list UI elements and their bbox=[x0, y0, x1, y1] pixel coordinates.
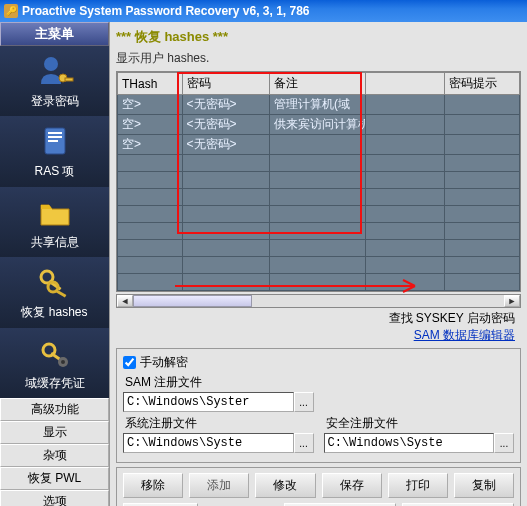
scroll-thumb[interactable] bbox=[133, 295, 252, 307]
sidebar-item-domain-cache[interactable]: 域缓存凭证 bbox=[0, 328, 109, 398]
table-row[interactable] bbox=[118, 257, 520, 274]
table-row[interactable]: 空><无密码> bbox=[118, 135, 520, 155]
table-cell bbox=[365, 95, 444, 115]
sam-path-input[interactable] bbox=[123, 392, 294, 412]
table-cell: <无密码> bbox=[182, 115, 269, 135]
sidebar-item-recover-hashes[interactable]: 恢复 hashes bbox=[0, 257, 109, 327]
table-cell: 空> bbox=[118, 135, 183, 155]
horizontal-scrollbar[interactable]: ◄ ► bbox=[116, 294, 521, 308]
add-button[interactable]: 添加 bbox=[189, 473, 249, 498]
table-cell bbox=[444, 95, 519, 115]
sidebar-btn-misc[interactable]: 杂项 bbox=[0, 444, 109, 467]
sidebar-btn-display[interactable]: 显示 bbox=[0, 421, 109, 444]
svg-rect-4 bbox=[48, 132, 62, 134]
svg-rect-2 bbox=[65, 78, 73, 81]
svg-rect-6 bbox=[48, 140, 58, 142]
table-cell bbox=[118, 189, 183, 206]
table-cell bbox=[182, 223, 269, 240]
table-cell bbox=[444, 155, 519, 172]
th-blank[interactable] bbox=[365, 73, 444, 95]
sidebar-btn-recover-pwl[interactable]: 恢复 PWL bbox=[0, 467, 109, 490]
table-cell bbox=[270, 274, 366, 291]
table-row[interactable] bbox=[118, 155, 520, 172]
th-note[interactable]: 备注 bbox=[270, 73, 366, 95]
titlebar: 🔑 Proactive System Password Recovery v6,… bbox=[0, 0, 527, 22]
table-cell: 供来宾访问计算机 bbox=[270, 115, 366, 135]
sidebar-item-ras[interactable]: RAS 项 bbox=[0, 116, 109, 186]
table-cell bbox=[444, 189, 519, 206]
safe-reg-label: 安全注册文件 bbox=[326, 415, 515, 432]
table-cell bbox=[270, 172, 366, 189]
window-title: Proactive System Password Recovery v6, 3… bbox=[22, 4, 310, 18]
table-cell bbox=[365, 115, 444, 135]
sam-browse-button[interactable]: ... bbox=[294, 392, 314, 412]
sam-reg-label: SAM 注册文件 bbox=[125, 374, 514, 391]
safe-path-input[interactable] bbox=[324, 433, 495, 453]
table-cell bbox=[182, 240, 269, 257]
table-cell bbox=[365, 155, 444, 172]
content-area: *** 恢复 hashes *** 显示用户 hashes. THash 密码 … bbox=[110, 22, 527, 506]
sidebar: 主菜单 登录密码 RAS 项 共享信息 恢复 hashes 域缓存凭证 高级功能… bbox=[0, 22, 110, 506]
sidebar-item-share-info[interactable]: 共享信息 bbox=[0, 187, 109, 257]
table-cell bbox=[365, 274, 444, 291]
table-cell bbox=[365, 135, 444, 155]
table-cell: 空> bbox=[118, 95, 183, 115]
save-button[interactable]: 保存 bbox=[322, 473, 382, 498]
table-cell bbox=[270, 206, 366, 223]
table-cell bbox=[444, 172, 519, 189]
hash-table[interactable]: THash 密码 备注 密码提示 空><无密码>管理计算机(域空><无密码>供来… bbox=[117, 72, 520, 291]
table-cell bbox=[118, 257, 183, 274]
table-cell bbox=[444, 115, 519, 135]
table-row[interactable] bbox=[118, 274, 520, 291]
sidebar-header: 主菜单 bbox=[0, 22, 109, 46]
sidebar-item-login-password[interactable]: 登录密码 bbox=[0, 46, 109, 116]
table-row[interactable]: 空><无密码>管理计算机(域 bbox=[118, 95, 520, 115]
th-hint[interactable]: 密码提示 bbox=[444, 73, 519, 95]
sidebar-btn-advanced[interactable]: 高级功能 bbox=[0, 398, 109, 421]
sys-browse-button[interactable]: ... bbox=[294, 433, 314, 453]
table-cell bbox=[182, 274, 269, 291]
table-cell bbox=[118, 206, 183, 223]
th-password[interactable]: 密码 bbox=[182, 73, 269, 95]
table-row[interactable]: 空><无密码>供来宾访问计算机 bbox=[118, 115, 520, 135]
table-cell bbox=[270, 223, 366, 240]
link-line: 查找 SYSKEY 启动密码 SAM 数据库编辑器 bbox=[116, 308, 521, 346]
scroll-track[interactable] bbox=[133, 295, 504, 307]
table-cell bbox=[365, 257, 444, 274]
syskey-label: 查找 SYSKEY 启动密码 bbox=[389, 311, 515, 325]
table-cell bbox=[365, 223, 444, 240]
table-cell bbox=[270, 135, 366, 155]
decrypt-panel: 手动解密 SAM 注册文件 ... 系统注册文件 ... bbox=[116, 348, 521, 463]
table-cell bbox=[365, 240, 444, 257]
app-icon: 🔑 bbox=[4, 4, 18, 18]
scroll-left-icon[interactable]: ◄ bbox=[117, 295, 133, 307]
sidebar-btn-options[interactable]: 选项 bbox=[0, 490, 109, 506]
manual-decrypt-checkbox[interactable] bbox=[123, 356, 136, 369]
table-cell bbox=[118, 172, 183, 189]
table-row[interactable] bbox=[118, 189, 520, 206]
print-button[interactable]: 打印 bbox=[388, 473, 448, 498]
table-cell bbox=[270, 257, 366, 274]
safe-browse-button[interactable]: ... bbox=[494, 433, 514, 453]
table-row[interactable] bbox=[118, 240, 520, 257]
sys-path-input[interactable] bbox=[123, 433, 294, 453]
table-cell bbox=[365, 189, 444, 206]
scroll-right-icon[interactable]: ► bbox=[504, 295, 520, 307]
table-cell: <无密码> bbox=[182, 95, 269, 115]
table-row[interactable] bbox=[118, 223, 520, 240]
sam-editor-link[interactable]: SAM 数据库编辑器 bbox=[414, 328, 515, 342]
page-title: *** 恢复 hashes *** bbox=[116, 26, 521, 48]
table-cell bbox=[182, 155, 269, 172]
table-cell: 管理计算机(域 bbox=[270, 95, 366, 115]
table-row[interactable] bbox=[118, 172, 520, 189]
table-cell bbox=[182, 189, 269, 206]
table-row[interactable] bbox=[118, 206, 520, 223]
table-cell bbox=[444, 274, 519, 291]
th-thash[interactable]: THash bbox=[118, 73, 183, 95]
modify-button[interactable]: 修改 bbox=[255, 473, 315, 498]
remove-button[interactable]: 移除 bbox=[123, 473, 183, 498]
hash-table-container: THash 密码 备注 密码提示 空><无密码>管理计算机(域空><无密码>供来… bbox=[116, 71, 521, 292]
copy-button[interactable]: 复制 bbox=[454, 473, 514, 498]
keys-icon bbox=[35, 265, 75, 301]
page-subtitle: 显示用户 hashes. bbox=[116, 48, 521, 71]
